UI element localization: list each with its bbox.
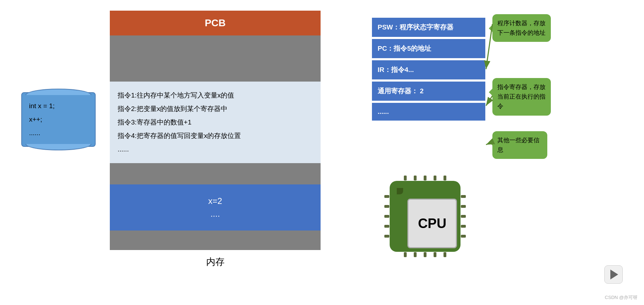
pin-bottom-5 bbox=[444, 252, 446, 257]
bubble-program-counter: 程序计数器，存放下一条指令的地址 bbox=[492, 14, 551, 42]
watermark: CSDN @亦可呀 bbox=[605, 294, 638, 301]
instruction-dots: ...... bbox=[118, 143, 313, 156]
gray-section-1 bbox=[110, 35, 321, 82]
instruction-3: 指令3:寄存器中的数值+1 bbox=[118, 116, 313, 129]
pin-bottom-3 bbox=[424, 252, 426, 257]
code-line1: int x = 1; bbox=[29, 99, 88, 113]
cpu-label: CPU bbox=[418, 216, 446, 231]
ir-register: IR：指令4... bbox=[372, 60, 485, 79]
pin-top-5 bbox=[444, 176, 446, 181]
svg-line-1 bbox=[486, 96, 492, 106]
code-scroll: int x = 1; x++; ...... bbox=[21, 92, 96, 163]
pin-left-5 bbox=[384, 235, 389, 238]
pin-bottom-4 bbox=[434, 252, 436, 257]
pin-right-1 bbox=[461, 195, 466, 198]
data-section: x=2 .... bbox=[110, 184, 321, 231]
general-register: 通用寄存器： 2 bbox=[372, 82, 485, 101]
play-icon bbox=[610, 270, 618, 279]
code-line2: x++; bbox=[29, 113, 88, 126]
cpu-chip-icon: CPU bbox=[383, 174, 468, 259]
instruction-2: 指令2:把变量x的值放到某个寄存器中 bbox=[118, 102, 313, 116]
connector-arrows bbox=[0, 0, 644, 305]
pin-left-2 bbox=[384, 205, 389, 208]
pin-left-4 bbox=[384, 225, 389, 228]
pcb-block: PCB bbox=[110, 11, 321, 35]
misc-register: ...... bbox=[372, 103, 485, 121]
pin-top-4 bbox=[434, 176, 436, 181]
instruction-1: 指令1:往内存中某个地方写入变量x的值 bbox=[118, 89, 313, 102]
cpu-registers-panel: PSW：程序状态字寄存器 PC：指令5的地址 IR：指令4... 通用寄存器： … bbox=[372, 18, 485, 121]
bubble-ir-description: 指令寄存器，存放当前正在执行的指令 bbox=[492, 78, 551, 116]
gray-section-2 bbox=[110, 163, 321, 184]
pin-right-4 bbox=[461, 225, 466, 228]
play-button[interactable] bbox=[604, 265, 623, 284]
pc-register: PC：指令5的地址 bbox=[372, 39, 485, 58]
instruction-4: 指令4:把寄存器的值写回变量x的存放位置 bbox=[118, 129, 313, 143]
pin-bottom-2 bbox=[414, 252, 417, 257]
pin-bottom-1 bbox=[404, 252, 407, 257]
memory-diagram: PCB 指令1:往内存中某个地方写入变量x的值 指令2:把变量x的值放到某个寄存… bbox=[110, 11, 321, 268]
instructions-section: 指令1:往内存中某个地方写入变量x的值 指令2:把变量x的值放到某个寄存器中 指… bbox=[110, 82, 321, 163]
memory-label: 内存 bbox=[110, 256, 321, 268]
data-value: x=2 bbox=[208, 196, 222, 206]
pin-left-3 bbox=[384, 215, 389, 218]
scroll-curl-top bbox=[26, 89, 91, 95]
code-line3: ...... bbox=[29, 126, 88, 140]
data-dots: .... bbox=[210, 209, 220, 219]
pin-left-1 bbox=[384, 195, 389, 198]
pin-top-2 bbox=[414, 176, 417, 181]
psw-register: PSW：程序状态字寄存器 bbox=[372, 18, 485, 37]
pin-top-1 bbox=[404, 176, 407, 181]
bubble-misc-description: 其他一些必要信息 bbox=[492, 131, 547, 159]
gray-section-3 bbox=[110, 231, 321, 250]
pin-right-5 bbox=[461, 235, 466, 238]
pin-right-3 bbox=[461, 215, 466, 218]
scroll-curl-bottom bbox=[26, 144, 91, 150]
pin-right-2 bbox=[461, 205, 466, 208]
pin-top-3 bbox=[424, 176, 426, 181]
